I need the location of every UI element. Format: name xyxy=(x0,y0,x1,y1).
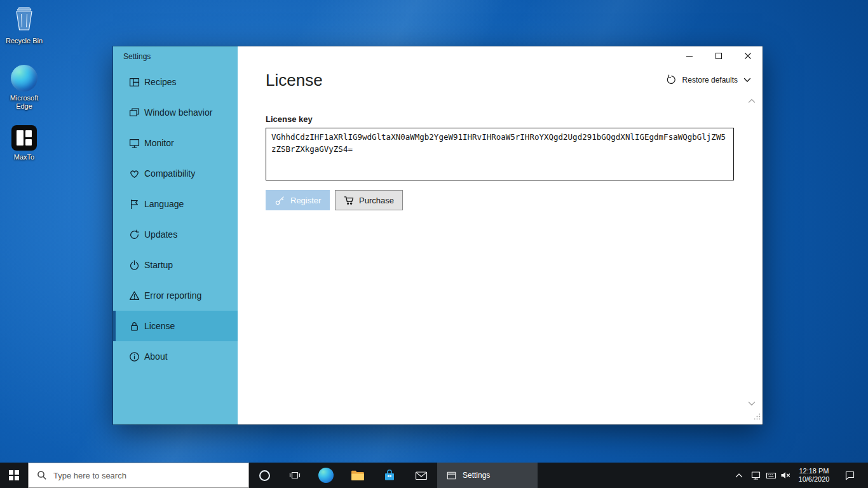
touch-keyboard-icon[interactable] xyxy=(766,471,776,480)
desktop-icon-microsoft-edge[interactable]: Microsoft Edge xyxy=(1,65,47,111)
notification-bubble-icon xyxy=(844,470,855,480)
windows-logo-icon xyxy=(9,470,19,480)
scroll-down-arrow[interactable] xyxy=(748,401,756,406)
tray-expand-button[interactable] xyxy=(731,463,747,488)
desktop-icon-recycle-bin[interactable]: Recycle Bin xyxy=(1,5,47,45)
magnifier-icon xyxy=(37,470,47,480)
sidebar-item-label: Startup xyxy=(144,260,173,270)
license-page: License Restore defaults License key VGh… xyxy=(238,46,763,424)
sidebar-item-label: Language xyxy=(144,199,184,209)
sidebar-item-monitor[interactable]: Monitor xyxy=(113,128,238,158)
action-center-button[interactable] xyxy=(835,463,864,488)
sidebar-item-compatibility[interactable]: Compatibility xyxy=(113,158,238,189)
desktop: Recycle Bin Microsoft Edge MaxTo Setting… xyxy=(0,0,868,488)
desktop-icon-label: Recycle Bin xyxy=(6,37,43,45)
key-icon xyxy=(275,195,285,206)
maximize-button[interactable] xyxy=(704,46,733,65)
maximize-icon xyxy=(715,53,722,59)
minimize-button[interactable] xyxy=(675,46,704,65)
clock-time: 12:18 PM xyxy=(799,467,829,476)
sidebar-item-label: Monitor xyxy=(144,138,174,148)
purchase-button-label: Purchase xyxy=(359,196,394,205)
volume-muted-icon[interactable] xyxy=(780,471,790,480)
edge-icon xyxy=(318,468,334,483)
purchase-button[interactable]: Purchase xyxy=(335,190,403,210)
close-button[interactable] xyxy=(733,46,763,65)
sidebar-item-license[interactable]: License xyxy=(113,311,238,341)
window-title: Settings xyxy=(123,52,151,61)
power-icon xyxy=(129,260,140,271)
microsoft-store-button[interactable] xyxy=(374,463,405,488)
close-icon xyxy=(745,53,751,59)
settings-window-icon xyxy=(446,470,457,481)
file-explorer-button[interactable] xyxy=(342,463,374,488)
network-icon[interactable] xyxy=(751,470,762,480)
register-button-label: Register xyxy=(290,196,321,205)
scroll-up-arrow[interactable] xyxy=(748,98,756,104)
flag-icon xyxy=(129,199,140,210)
sidebar-item-label: Error reporting xyxy=(144,290,201,301)
cortana-icon xyxy=(259,470,270,481)
chevron-down-icon xyxy=(743,78,751,83)
store-bag-icon xyxy=(383,469,396,482)
sidebar-item-startup[interactable]: Startup xyxy=(113,250,238,280)
license-key-input[interactable]: VGhhdCdzIHF1aXRlIG9wdGltaXN0aWMgb2YgeW91… xyxy=(266,128,734,180)
start-button[interactable] xyxy=(0,463,28,488)
taskbar-settings-app-button[interactable]: Settings xyxy=(437,463,538,488)
maxto-icon xyxy=(11,125,37,151)
cortana-button[interactable] xyxy=(249,463,280,488)
sidebar-item-error-reporting[interactable]: Error reporting xyxy=(113,280,238,311)
mail-icon xyxy=(415,470,428,481)
taskbar-search[interactable] xyxy=(28,463,249,488)
chevron-up-icon xyxy=(735,472,743,478)
minimize-icon xyxy=(686,53,693,59)
restore-defaults-button[interactable]: Restore defaults xyxy=(666,74,751,85)
warning-icon xyxy=(129,290,140,301)
page-title: License xyxy=(266,71,323,90)
desktop-icon-maxto[interactable]: MaxTo xyxy=(1,125,47,161)
sidebar-item-window-behavior[interactable]: Window behavior xyxy=(113,97,238,128)
sidebar-item-label: Updates xyxy=(144,229,177,240)
search-input[interactable] xyxy=(53,471,231,480)
sidebar-nav: Recipes Window behavior Monitor xyxy=(113,67,238,372)
taskbar-clock[interactable]: 12:18 PM 10/6/2020 xyxy=(794,463,834,488)
taskbar: Settings 12:18 PM 10/6/2020 xyxy=(0,463,868,488)
resize-grip[interactable] xyxy=(754,411,761,423)
sidebar-item-recipes[interactable]: Recipes xyxy=(113,67,238,97)
edge-icon xyxy=(11,65,37,92)
sidebar-item-label: License xyxy=(144,321,175,331)
license-key-label: License key xyxy=(266,114,313,124)
system-tray xyxy=(749,463,793,488)
taskbar-edge-button[interactable] xyxy=(310,463,342,488)
sidebar-item-updates[interactable]: Updates xyxy=(113,219,238,250)
sidebar-item-language[interactable]: Language xyxy=(113,189,238,219)
clock-date: 10/6/2020 xyxy=(799,475,830,484)
desktop-icon-label: MaxTo xyxy=(14,153,34,161)
sidebar: Settings Recipes Window behavior xyxy=(113,46,238,424)
register-button[interactable]: Register xyxy=(266,190,330,210)
mail-button[interactable] xyxy=(405,463,437,488)
sidebar-item-label: Recipes xyxy=(144,77,177,87)
lock-icon xyxy=(129,321,140,332)
sidebar-item-label: About xyxy=(144,351,168,362)
grid-icon xyxy=(129,77,140,88)
heart-icon xyxy=(129,168,140,179)
taskbar-app-label: Settings xyxy=(463,471,490,480)
restore-defaults-label: Restore defaults xyxy=(682,76,738,85)
folder-icon xyxy=(351,470,365,481)
sync-icon xyxy=(129,229,140,240)
sidebar-item-label: Compatibility xyxy=(144,168,195,179)
sidebar-item-about[interactable]: About xyxy=(113,341,238,372)
task-view-button[interactable] xyxy=(280,463,310,488)
info-icon xyxy=(129,351,140,362)
task-view-icon xyxy=(289,470,301,480)
cart-icon xyxy=(344,195,354,205)
settings-window: Settings Recipes Window behavior xyxy=(113,46,763,424)
sidebar-item-label: Window behavior xyxy=(144,107,212,118)
desktop-icon-label: Microsoft Edge xyxy=(1,94,47,111)
cascade-windows-icon xyxy=(129,107,140,118)
undo-icon xyxy=(666,74,677,85)
caption-buttons xyxy=(675,46,763,65)
recycle-bin-icon xyxy=(11,5,37,34)
monitor-icon xyxy=(129,138,140,149)
